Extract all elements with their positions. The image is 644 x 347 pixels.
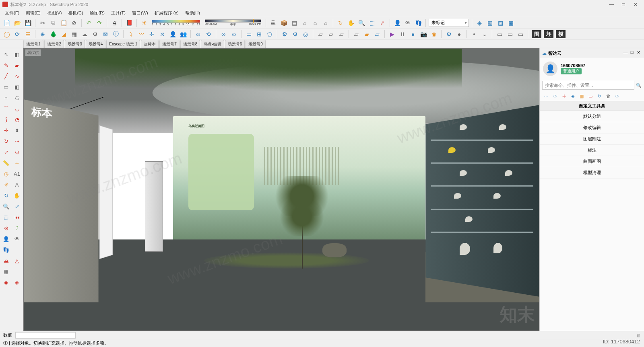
orbit-icon[interactable]: ↻ [336,18,345,27]
plugin1-icon[interactable]: ◆ [1,277,11,287]
arc2-tool-icon[interactable]: ◡ [12,104,22,113]
box6-icon[interactable]: ▱ [373,30,382,39]
component-tool-icon[interactable]: ▦ [1,267,11,276]
play-icon[interactable]: ▶ [388,30,396,39]
tool-person-icon[interactable]: 👤 [168,30,177,39]
record-icon[interactable]: ● [409,30,417,39]
bullet-icon[interactable]: • [470,30,479,39]
position-camera-icon[interactable]: 👤 [393,18,402,27]
style2-icon[interactable]: ▨ [496,18,505,27]
cloud-up-icon[interactable]: ☁ [80,30,89,39]
tape-tool-icon[interactable]: 📏 [1,158,11,168]
panel-search-input[interactable] [542,81,634,90]
trash-icon[interactable]: 🗑 [636,333,641,338]
panel-list-item[interactable]: 模型清理 [540,167,644,179]
circle-tool-icon[interactable]: ○ [1,93,11,103]
open-file-icon[interactable]: 📂 [13,18,22,27]
line-tool-icon[interactable]: ╱ [1,71,11,81]
scene-tab[interactable]: 场景号3 [65,40,85,48]
undo-icon[interactable]: ↶ [85,18,93,27]
tool-arc-icon[interactable]: ⤵ [126,30,135,39]
tool-arrows-icon[interactable]: ⤨ [158,30,167,39]
scene-tab[interactable]: 场景号2 [44,40,64,48]
pie-tool-icon[interactable]: ◔ [12,115,22,124]
tool-person2-icon[interactable]: 👥 [179,30,188,39]
cut-icon[interactable]: ✂ [38,18,47,27]
paste-icon[interactable]: 📋 [59,18,68,27]
redo-icon[interactable]: ↷ [95,18,104,27]
gear4-icon[interactable]: ◎ [301,30,310,39]
rectangle-tool-icon[interactable]: ▭ [1,82,11,92]
select-rect-icon[interactable]: ▭ [244,30,253,39]
info-icon[interactable]: ⓘ [111,30,120,39]
scene-tab[interactable]: 场景号9 [246,40,266,48]
rotate-tool-icon[interactable]: ↻ [1,136,11,146]
3dtext-tool-icon[interactable]: A [12,180,22,189]
mat-gear-icon[interactable]: ⚙ [444,30,453,39]
section-tool-icon[interactable]: ⊗ [1,223,11,233]
scene-tab[interactable]: 场景号7 [159,40,180,48]
delete-icon[interactable]: ⊘ [70,18,78,27]
move-tool-icon[interactable]: ✛ [1,125,11,135]
scene-tab[interactable]: 改标本 [141,40,159,48]
prev-view-icon[interactable]: ⏮ [12,212,22,222]
sandbox2-tool-icon[interactable]: ◬ [12,256,22,265]
quick-icon[interactable]: ▥ [578,93,585,99]
scene-tab[interactable]: 鸟瞰-编辑 [201,40,224,48]
camera-icon[interactable]: 📷 [419,30,428,39]
scene-tab[interactable]: Enscape 场景 1 [106,40,140,48]
zoom-window-icon[interactable]: ⬚ [367,18,376,27]
zoom-tool-icon[interactable]: 🔍 [1,201,11,211]
walk-icon[interactable]: 👣 [414,18,423,27]
gear3-icon[interactable]: ⚙ [291,30,299,39]
menu-help[interactable]: 帮助(H) [182,10,203,16]
select-add-icon[interactable]: ⊞ [255,30,264,39]
box3-icon[interactable]: ▱ [337,30,346,39]
quick-icon[interactable]: 🗑 [605,93,611,99]
model-info-icon[interactable]: 📕 [125,18,134,27]
scene-tab[interactable]: 场景号8 [180,40,200,48]
box2-icon[interactable]: ▱ [326,30,335,39]
close-panel-icon[interactable]: ▭ [516,30,525,39]
kanji-box-2[interactable]: 坯 [544,30,553,38]
loop3-icon[interactable]: ∞ [219,30,228,39]
window-close-button[interactable]: ✕ [630,2,642,7]
caret-icon[interactable]: ⌄ [480,30,489,39]
panel-list-item[interactable]: 曲面画图 [540,156,644,167]
pan-tool-icon[interactable]: ✋ [12,191,22,200]
pencil-tool-icon[interactable]: ✎ [1,60,11,70]
iso-icon[interactable]: ◈ [475,18,484,27]
warehouse-icon[interactable]: 🏛 [269,18,278,27]
arc-tool-icon[interactable]: ⌒ [1,104,11,113]
look-tool-icon[interactable]: 👁 [12,234,22,244]
print-icon[interactable]: 🖨 [110,18,119,27]
restore-panel-icon[interactable]: ▭ [506,30,514,39]
scale-tool-icon[interactable]: ⤢ [1,147,11,157]
rot-rect-tool-icon[interactable]: ◧ [12,82,22,92]
dimension-tool-icon[interactable]: ↔ [12,158,22,168]
position-cam-tool-icon[interactable]: 👤 [1,234,11,244]
quick-icon[interactable]: ⟳ [614,93,620,99]
offset-tool-icon[interactable]: ⊙ [12,147,22,157]
menu-extensions[interactable]: 扩展程序 (x) [151,10,182,16]
menu-tools[interactable]: 工具(T) [108,10,129,16]
avatar[interactable]: 👤 [543,62,557,76]
copy-icon[interactable]: ⧉ [49,18,58,27]
zoom-extents-icon[interactable]: ⤢ [378,18,387,27]
quick-icon[interactable]: ∞ [543,93,549,99]
style3-icon[interactable]: ▩ [506,18,515,27]
zoom-icon[interactable]: 🔍 [357,18,366,27]
new-file-icon[interactable]: 📄 [2,18,11,27]
gear-icon[interactable]: ⚙ [91,30,99,39]
select-poly-icon[interactable]: ⬠ [265,30,274,39]
measurements-input[interactable] [15,332,76,339]
zoom-win-tool-icon[interactable]: ⬚ [1,212,11,222]
mat-sphere-icon[interactable]: ● [455,30,464,39]
walk-tool-icon[interactable]: 👣 [1,245,11,255]
followme-tool-icon[interactable]: ⤳ [12,136,22,146]
toggle-shadow-icon[interactable]: ☀ [140,18,149,27]
panel-min-button[interactable]: — [622,50,629,56]
box1-icon[interactable]: ▱ [316,30,325,39]
next-view-icon[interactable]: ⤴ [12,223,22,233]
home3-icon[interactable]: ⌂ [321,18,330,27]
